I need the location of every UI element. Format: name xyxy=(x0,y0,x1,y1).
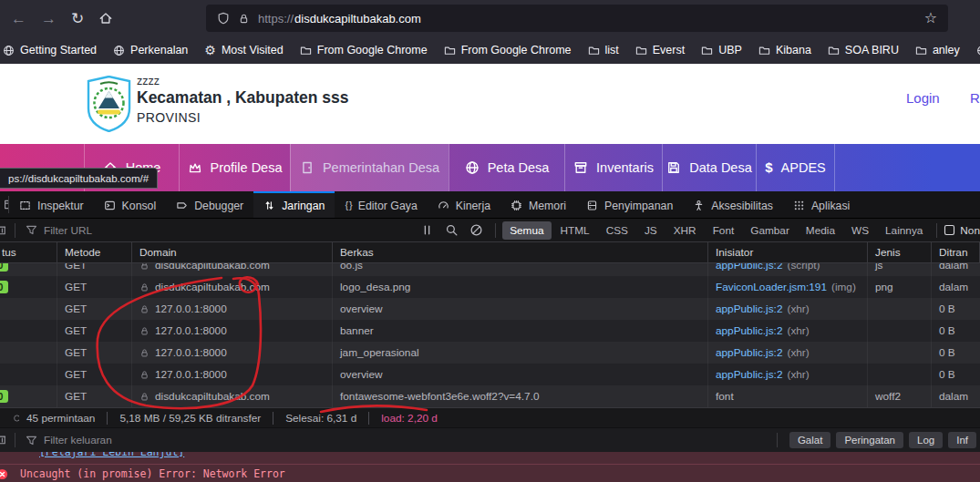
table-row[interactable]: 0GETdisdukcapiltubakab.comoo.jsappPublic… xyxy=(0,263,980,276)
forward-icon[interactable]: → xyxy=(41,11,57,26)
reload-icon[interactable]: ↻ xyxy=(71,11,84,26)
filter-pill-ws[interactable]: WS xyxy=(844,221,876,240)
filter-pill-semua[interactable]: Semua xyxy=(502,221,551,240)
nav-item-profile-desa[interactable]: Profile Desa xyxy=(179,144,290,191)
url-bar[interactable]: https://disdukcapiltubakab.com ☆ xyxy=(206,5,948,32)
console-filter-galat[interactable]: Galat xyxy=(789,432,831,448)
method-cell: GET xyxy=(57,342,132,364)
bookmark-item[interactable]: Getting Started xyxy=(0,44,105,56)
domain-text: 127.0.0.1:8000 xyxy=(155,368,227,381)
column-header-berkas[interactable]: Berkas xyxy=(333,242,708,262)
clear-requests-icon[interactable] xyxy=(0,224,8,237)
bookmark-item[interactable]: list xyxy=(580,44,627,56)
column-header-inisiator[interactable]: Inisiator xyxy=(708,242,868,262)
gauge-icon xyxy=(438,200,449,211)
initiator-link[interactable]: FaviconLoader.jsm:191 xyxy=(716,281,827,293)
nav-item-pemerintahan-desa[interactable]: Pemerintahan Desa xyxy=(290,144,449,191)
lock-icon[interactable] xyxy=(238,13,250,25)
bookmark-item[interactable]: From Google Chrome xyxy=(292,44,436,56)
tab-jaringan[interactable]: Jaringan xyxy=(253,191,335,218)
file-cell: banner xyxy=(333,320,708,342)
block-icon[interactable] xyxy=(469,223,483,237)
tab-inspektur[interactable]: Inspektur xyxy=(9,191,94,218)
nav-item-inventaris[interactable]: Inventaris xyxy=(564,144,662,191)
dock-icon[interactable] xyxy=(0,191,8,218)
filter-pill-font[interactable]: Font xyxy=(706,221,742,240)
initiator-link[interactable]: appPublic.js:2 xyxy=(716,368,782,381)
console-filter-log[interactable]: Log xyxy=(909,432,943,448)
tab-aksesibilitas[interactable]: Aksesibilitas xyxy=(683,191,783,218)
home-icon[interactable] xyxy=(98,11,113,26)
transfer-size: 5,18 MB / 59,25 KB ditransfer xyxy=(108,412,273,425)
table-row[interactable]: GET127.0.0.1:8000jam_operasionalappPubli… xyxy=(0,342,980,364)
tab-kinerja[interactable]: Kinerja xyxy=(428,191,500,218)
console-filter-inf[interactable]: Inf xyxy=(948,432,976,448)
disable-cache-checkbox[interactable]: Non xyxy=(944,224,980,237)
column-header-domain[interactable]: Domain xyxy=(132,242,333,262)
bookmark-item[interactable]: whatsapp chatbot xyxy=(968,44,980,56)
table-row[interactable]: GET127.0.0.1:8000bannerappPublic.js:2(xh… xyxy=(0,320,980,342)
filter-pill-media[interactable]: Media xyxy=(799,221,842,240)
table-row[interactable]: GET127.0.0.1:8000overviewappPublic.js:2(… xyxy=(0,298,980,320)
table-row[interactable]: 0GETdisdukcapiltubakab.comlogo_desa.pngF… xyxy=(0,276,980,298)
search-icon[interactable] xyxy=(445,223,459,237)
status-cell xyxy=(0,320,57,342)
tab-label: Debugger xyxy=(194,200,243,212)
bookmark-label: Getting Started xyxy=(20,44,97,56)
tab-debugger[interactable]: Debugger xyxy=(166,191,253,218)
console-filter-peringatan[interactable]: Peringatan xyxy=(836,432,903,448)
tab-editor-gaya[interactable]: Editor Gaya xyxy=(335,191,427,218)
inspect-icon xyxy=(19,200,31,211)
initiator-link[interactable]: appPublic.js:2 xyxy=(716,324,782,337)
filter-url-input[interactable]: Filter URL xyxy=(44,224,92,237)
tab-aplikasi[interactable]: Aplikasi xyxy=(783,191,860,218)
bookmark-item[interactable]: From Google Chrome xyxy=(436,44,580,56)
transferred-cell: 0 B xyxy=(932,298,980,320)
filter-pill-css[interactable]: CSS xyxy=(599,221,635,240)
column-header-ditran[interactable]: Ditran xyxy=(932,242,980,262)
filter-pill-xhr[interactable]: XHR xyxy=(666,221,704,240)
transferred-cell: 0 B xyxy=(932,320,980,342)
bookmark-item[interactable]: Everst xyxy=(627,44,693,56)
nav-item-label: Profile Desa xyxy=(211,160,283,175)
site-subtitle-top: zzzz xyxy=(137,75,160,87)
initiator-link[interactable]: appPublic.js:2 xyxy=(716,303,782,315)
bookmark-label: From Google Chrome xyxy=(461,44,572,56)
filter-pill-gambar[interactable]: Gambar xyxy=(743,221,797,240)
bookmark-label: From Google Chrome xyxy=(317,44,428,56)
column-header-metode[interactable]: Metode xyxy=(57,242,132,262)
table-row[interactable]: GET127.0.0.1:8000overviewappPublic.js:2(… xyxy=(0,364,980,385)
login-link[interactable]: Login xyxy=(906,90,940,106)
bookmark-label: Most Visited xyxy=(222,44,284,56)
bookmark-item[interactable]: Kibana xyxy=(750,44,820,56)
clear-console-icon[interactable] xyxy=(0,434,8,446)
column-header-jenis[interactable]: Jenis xyxy=(868,242,932,262)
initiator-link[interactable]: appPublic.js:2 xyxy=(716,346,782,359)
bookmark-item[interactable]: UBP xyxy=(693,44,750,56)
braces-icon xyxy=(345,200,351,210)
nav-item-peta-desa[interactable]: Peta Desa xyxy=(449,144,564,191)
shield-icon[interactable] xyxy=(217,12,230,25)
bookmark-item[interactable]: anley xyxy=(907,44,968,56)
column-header-tus[interactable]: tus xyxy=(0,242,57,262)
filter-output-input[interactable]: Filter keluaran xyxy=(44,434,112,446)
filter-pill-js[interactable]: JS xyxy=(637,221,665,240)
bookmark-item[interactable]: Most Visited xyxy=(196,44,291,57)
learn-more-link[interactable]: [Pelajari Lebih Lanjut] xyxy=(39,452,980,459)
bookmark-star-icon[interactable]: ☆ xyxy=(924,11,937,26)
tab-penyimpanan[interactable]: Penyimpanan xyxy=(576,191,683,218)
tab-konsol[interactable]: Konsol xyxy=(94,191,167,218)
filter-pill-html[interactable]: HTML xyxy=(553,221,597,240)
table-row[interactable]: 0GETdisdukcapiltubakab.comfontawesome-we… xyxy=(0,385,980,407)
nav-item-data-desa[interactable]: Data Desa xyxy=(662,144,756,191)
back-icon[interactable]: ← xyxy=(11,11,26,26)
perf-icon[interactable] xyxy=(12,412,19,425)
pause-icon[interactable] xyxy=(420,223,434,237)
filter-pill-lainnya[interactable]: Lainnya xyxy=(878,221,930,240)
register-link-partial[interactable]: R xyxy=(970,90,980,106)
tab-memori[interactable]: Memori xyxy=(500,191,576,218)
initiator-link[interactable]: appPublic.js:2 xyxy=(716,263,782,272)
bookmark-item[interactable]: Perkenalan xyxy=(105,44,196,56)
nav-item-apdes[interactable]: APDES xyxy=(756,144,835,191)
bookmark-item[interactable]: SOA BIRU xyxy=(820,44,907,56)
